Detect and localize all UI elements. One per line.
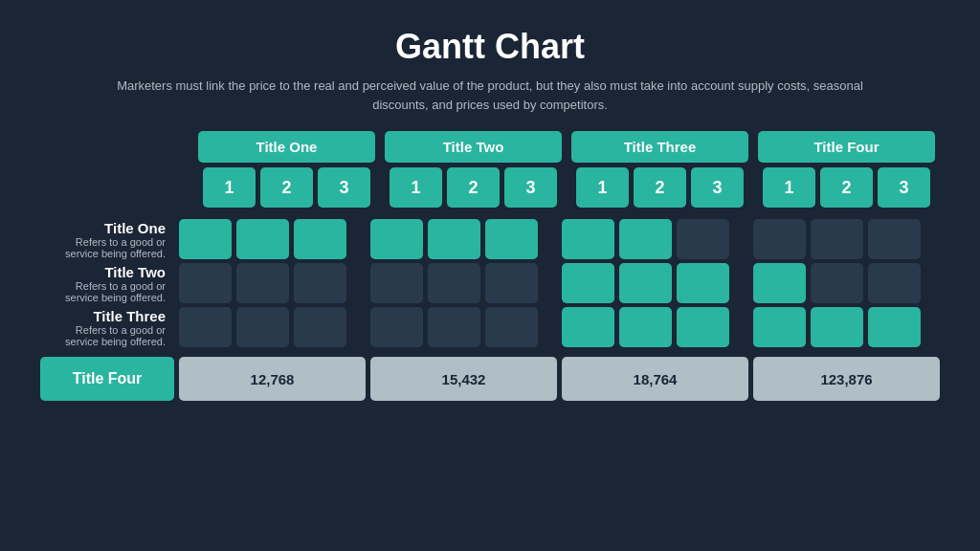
cell-3-4-2	[811, 307, 863, 347]
sub-col-1-1: 1	[203, 167, 256, 208]
cell-2-4-3	[868, 263, 921, 303]
sub-col-4-3: 3	[878, 167, 930, 208]
gantt-chart: Title One 1 2 3 Title Two 1 2 3 Title Th…	[40, 131, 940, 401]
sub-col-3-2: 2	[634, 167, 686, 208]
data-row-2: Title Two Refers to a good or service be…	[40, 263, 940, 303]
cell-group-2-4	[753, 263, 940, 303]
sub-col-2-1: 1	[390, 167, 442, 208]
sub-col-1-3: 3	[318, 167, 370, 208]
sub-col-4-1: 1	[763, 167, 815, 208]
cell-2-3-3	[677, 263, 729, 303]
page-title: Gantt Chart	[395, 27, 585, 67]
cell-group-3-1	[179, 307, 366, 347]
cell-1-2-2	[428, 219, 480, 259]
cell-1-4-3	[868, 219, 921, 259]
cell-3-3-1	[562, 307, 614, 347]
cell-group-1-2	[370, 219, 557, 259]
footer-row: Title Four 12,768 15,432 18,764 123,876	[40, 357, 940, 401]
col-title-3: Title Three	[571, 131, 748, 163]
cell-group-2-2	[370, 263, 557, 303]
cell-1-1-1	[179, 219, 232, 259]
data-section: Title One Refers to a good or service be…	[40, 219, 940, 347]
cell-2-2-2	[428, 263, 480, 303]
sub-col-3-3: 3	[691, 167, 744, 208]
cell-3-1-3	[294, 307, 346, 347]
col-group-4: Title Four 1 2 3	[753, 131, 940, 208]
cell-group-1-4	[753, 219, 940, 259]
footer-cell-4: 123,876	[753, 357, 940, 401]
page-subtitle: Marketers must link the price to the rea…	[117, 77, 863, 114]
sub-col-1-2: 2	[260, 167, 313, 208]
sub-col-4-2: 2	[820, 167, 873, 208]
cell-2-4-2	[811, 263, 863, 303]
cell-2-2-1	[370, 263, 423, 303]
cell-group-2-1	[179, 263, 366, 303]
footer-cells: 12,768 15,432 18,764 123,876	[174, 357, 940, 401]
cell-3-2-1	[370, 307, 423, 347]
row-label-1: Title One Refers to a good or service be…	[40, 220, 179, 259]
sub-col-3-1: 1	[576, 167, 629, 208]
cell-1-1-2	[236, 219, 289, 259]
row-sub-1: Refers to a good or service being offere…	[40, 236, 166, 259]
cell-group-3-4	[753, 307, 940, 347]
row-label-3: Title Three Refers to a good or service …	[40, 308, 179, 347]
col-group-1: Title One 1 2 3	[193, 131, 380, 208]
cell-2-1-2	[236, 263, 289, 303]
cell-3-1-1	[179, 307, 232, 347]
data-row-1: Title One Refers to a good or service be…	[40, 219, 940, 259]
footer-cell-3: 18,764	[562, 357, 748, 401]
col-title-4: Title Four	[758, 131, 935, 163]
cell-3-4-1	[753, 307, 806, 347]
cell-3-4-3	[868, 307, 921, 347]
col-group-2: Title Two 1 2 3	[380, 131, 567, 208]
cell-3-3-2	[619, 307, 672, 347]
cell-1-3-1	[562, 219, 614, 259]
data-row-3: Title Three Refers to a good or service …	[40, 307, 940, 347]
cell-1-2-1	[370, 219, 423, 259]
row-title-1: Title One	[40, 220, 166, 236]
cell-1-3-3	[677, 219, 729, 259]
cell-3-2-3	[485, 307, 538, 347]
sub-col-2-3: 3	[504, 167, 557, 208]
cell-1-4-1	[753, 219, 806, 259]
cell-2-3-1	[562, 263, 614, 303]
row-title-2: Title Two	[40, 264, 166, 280]
cell-2-4-1	[753, 263, 806, 303]
footer-label: Title Four	[40, 357, 174, 401]
cell-3-2-2	[428, 307, 480, 347]
cell-1-3-2	[619, 219, 672, 259]
col-title-2: Title Two	[385, 131, 562, 163]
cell-1-1-3	[294, 219, 346, 259]
cell-group-2-3	[562, 263, 748, 303]
footer-cell-2: 15,432	[370, 357, 557, 401]
sub-col-2-2: 2	[447, 167, 500, 208]
row-label-2: Title Two Refers to a good or service be…	[40, 264, 179, 303]
cell-group-3-2	[370, 307, 557, 347]
cell-3-1-2	[236, 307, 289, 347]
row-sub-3: Refers to a good or service being offere…	[40, 324, 166, 347]
cell-1-2-3	[485, 219, 538, 259]
col-group-3: Title Three 1 2 3	[567, 131, 753, 208]
cell-2-1-3	[294, 263, 346, 303]
cell-group-1-1	[179, 219, 366, 259]
cell-group-1-3	[562, 219, 748, 259]
cell-3-3-3	[677, 307, 729, 347]
row-sub-2: Refers to a good or service being offere…	[40, 280, 166, 303]
cell-2-1-1	[179, 263, 232, 303]
cell-group-3-3	[562, 307, 748, 347]
cell-2-3-2	[619, 263, 672, 303]
cell-2-2-3	[485, 263, 538, 303]
row-cells-1	[179, 219, 940, 259]
footer-cell-1: 12,768	[179, 357, 366, 401]
row-cells-3	[179, 307, 940, 347]
header-row: Title One 1 2 3 Title Two 1 2 3 Title Th…	[193, 131, 940, 208]
col-title-1: Title One	[198, 131, 375, 163]
cell-1-4-2	[811, 219, 863, 259]
row-cells-2	[179, 263, 940, 303]
row-title-3: Title Three	[40, 308, 166, 324]
